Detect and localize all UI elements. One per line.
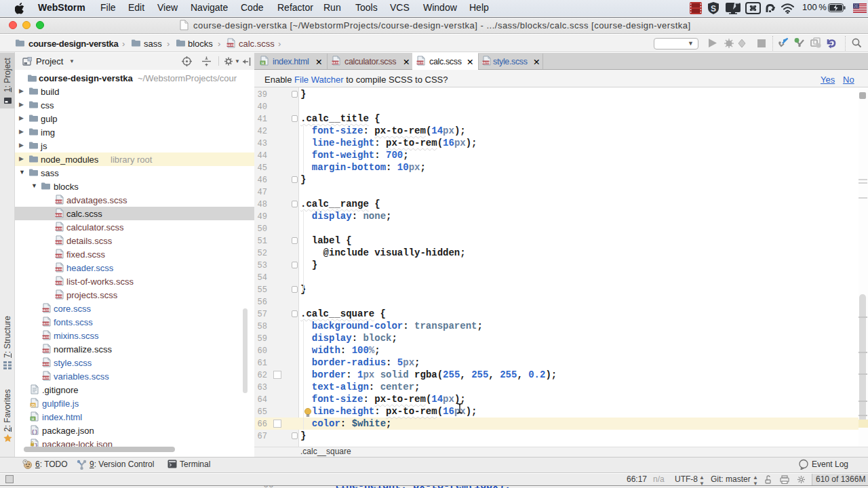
svg-text:SASS: SASS: [42, 336, 50, 339]
svg-text:SASS: SASS: [55, 200, 62, 203]
svg-text:SASS: SASS: [55, 214, 62, 217]
svg-text:SASS: SASS: [42, 349, 50, 352]
svg-text:SASS: SASS: [55, 295, 62, 298]
svg-text:SASS: SASS: [55, 281, 62, 285]
svg-text:SASS: SASS: [55, 241, 62, 244]
svg-text:SASS: SASS: [55, 254, 62, 258]
svg-text:S: S: [711, 4, 716, 14]
svg-text:SASS: SASS: [42, 363, 50, 366]
svg-text:SASS: SASS: [226, 43, 234, 47]
svg-text:SASS: SASS: [482, 61, 490, 64]
svg-text:H: H: [32, 417, 35, 421]
svg-text:SASS: SASS: [42, 322, 50, 325]
svg-text:SASS: SASS: [42, 308, 50, 312]
svg-text:H: H: [262, 61, 264, 65]
svg-text:SASS: SASS: [416, 61, 424, 64]
svg-text:SASS: SASS: [55, 268, 62, 271]
svg-text:{}: {}: [31, 428, 38, 434]
svg-text:SASS: SASS: [55, 227, 62, 230]
svg-text:JS: JS: [31, 403, 35, 407]
svg-text:SASS: SASS: [42, 376, 50, 380]
svg-text:SASS: SASS: [332, 61, 339, 64]
